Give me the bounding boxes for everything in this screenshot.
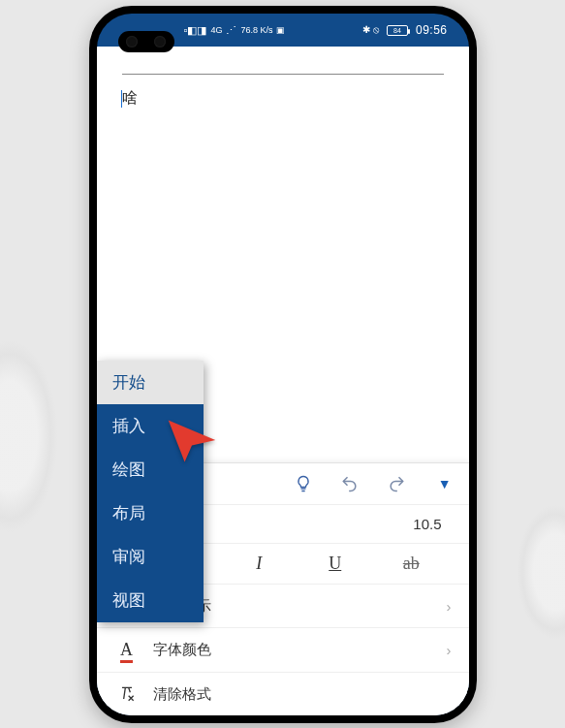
font-color-label: 字体颜色 (153, 641, 211, 659)
battery-icon: 84 (387, 25, 408, 36)
record-icon: ▣ (276, 26, 285, 35)
lightbulb-icon[interactable] (293, 473, 314, 494)
tab-layout[interactable]: 布局 (97, 491, 204, 535)
clear-format-icon (114, 684, 140, 704)
ribbon-tab-menu[interactable]: 开始 插入 绘图 布局 审阅 视图 (97, 361, 204, 622)
horizontal-rule (122, 74, 444, 75)
tab-review[interactable]: 审阅 (97, 535, 204, 579)
phone-frame: ▫◧◨ 4G ⋰ 76.8 K/s ▣ ✱ ⦸ 84 09:56 啥 (89, 6, 477, 723)
bt-mute-icon: ✱ ⦸ (362, 24, 379, 36)
font-color-icon: A (114, 640, 140, 660)
font-size-value: 10.5 (413, 516, 441, 532)
cell-signal-icon: ▫◧◨ (184, 25, 207, 36)
redo-icon[interactable] (386, 473, 407, 494)
net-speed-label: 76.8 K/s (240, 26, 272, 35)
clear-format-label: 清除格式 (153, 685, 211, 704)
italic-button[interactable]: I (244, 554, 273, 574)
strikethrough-button[interactable]: ab (396, 554, 425, 574)
font-color-row[interactable]: A 字体颜色 › (97, 627, 469, 672)
tab-insert[interactable]: 插入 (97, 404, 204, 448)
wifi-icon: ⋰ (226, 25, 236, 36)
clock-label: 09:56 (416, 23, 448, 37)
undo-icon[interactable] (339, 473, 361, 494)
clear-format-row[interactable]: 清除格式 (97, 672, 469, 715)
phone-screen: ▫◧◨ 4G ⋰ 76.8 K/s ▣ ✱ ⦸ 84 09:56 啥 (97, 14, 469, 715)
document-text[interactable]: 啥 (122, 88, 444, 109)
tab-draw[interactable]: 绘图 (97, 448, 204, 491)
chevron-right-icon: › (447, 642, 452, 658)
chevron-right-icon: › (447, 598, 452, 615)
tab-view[interactable]: 视图 (97, 579, 204, 622)
collapse-panel-icon[interactable]: ▼ (432, 476, 452, 491)
camera-cutout (118, 31, 174, 52)
underline-button[interactable]: U (321, 554, 350, 574)
tab-home[interactable]: 开始 (97, 361, 204, 404)
network-type-label: 4G (210, 26, 222, 35)
